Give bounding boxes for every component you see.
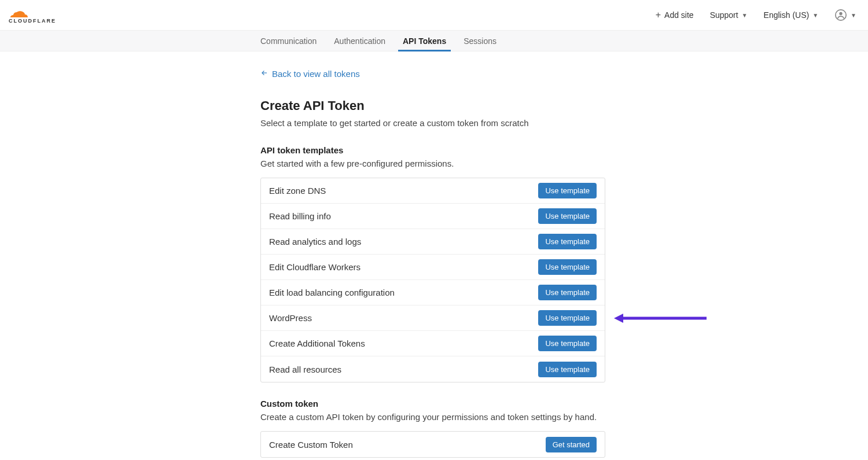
custom-section: Custom token Create a custom API token b…	[260, 399, 781, 458]
table-row: Edit zone DNSUse template	[261, 178, 605, 204]
table-row: Read analytics and logsUse template	[261, 229, 605, 255]
table-row: Edit load balancing configurationUse tem…	[261, 280, 605, 306]
brand-text: CLOUDFLARE	[9, 18, 56, 24]
template-row-label: Edit zone DNS	[269, 186, 326, 196]
table-row: Create Additional TokensUse template	[261, 331, 605, 356]
table-row: Create Custom Token Get started	[261, 432, 605, 457]
get-started-button[interactable]: Get started	[546, 437, 597, 452]
templates-heading: API token templates	[260, 145, 781, 155]
svg-point-1	[839, 12, 842, 15]
template-row-label: Read all resources	[269, 365, 341, 374]
template-row-label: WordPress	[269, 313, 312, 323]
back-link-label: Back to view all tokens	[272, 69, 360, 79]
templates-table: Edit zone DNSUse templateRead billing in…	[260, 178, 605, 382]
language-menu[interactable]: English (US) ▼	[764, 10, 819, 20]
custom-heading: Custom token	[260, 399, 781, 409]
back-link[interactable]: Back to view all tokens	[260, 69, 360, 79]
subnav-item[interactable]: Authentication	[334, 32, 385, 50]
arrow-left-icon	[260, 69, 269, 79]
table-row: Read all resourcesUse template	[261, 356, 605, 382]
caret-down-icon: ▼	[812, 12, 818, 19]
topbar-right: + Add site Support ▼ English (US) ▼ ▼	[656, 9, 856, 21]
template-row-label: Edit load balancing configuration	[269, 288, 395, 297]
support-menu[interactable]: Support ▼	[710, 10, 748, 20]
cloud-icon: CLOUDFLARE	[9, 5, 61, 25]
caret-down-icon: ▼	[851, 12, 856, 19]
use-template-button[interactable]: Use template	[538, 336, 597, 351]
table-row: WordPressUse template	[261, 306, 605, 331]
plus-icon: +	[656, 10, 661, 20]
add-site-link[interactable]: + Add site	[656, 10, 694, 20]
topbar: CLOUDFLARE + Add site Support ▼ English …	[0, 0, 868, 31]
caret-down-icon: ▼	[742, 12, 748, 19]
support-label: Support	[710, 10, 738, 20]
page-title: Create API Token	[260, 98, 781, 113]
subnav-item[interactable]: Sessions	[464, 32, 496, 50]
use-template-button[interactable]: Use template	[538, 234, 597, 249]
account-menu[interactable]: ▼	[834, 9, 856, 21]
template-row-label: Edit Cloudflare Workers	[269, 262, 361, 272]
use-template-button[interactable]: Use template	[538, 310, 597, 326]
use-template-button[interactable]: Use template	[538, 208, 597, 224]
custom-row-label: Create Custom Token	[269, 440, 353, 450]
table-row: Edit Cloudflare WorkersUse template	[261, 255, 605, 280]
subnav-item[interactable]: API Tokens	[403, 32, 446, 50]
custom-sub: Create a custom API token by configuring…	[260, 412, 781, 422]
add-site-label: Add site	[664, 10, 694, 20]
annotation-arrow-icon	[614, 312, 707, 324]
subnav: CommunicationAuthenticationAPI TokensSes…	[0, 31, 868, 51]
brand-logo: CLOUDFLARE	[9, 5, 61, 25]
use-template-button[interactable]: Use template	[538, 183, 597, 198]
subnav-item[interactable]: Communication	[260, 32, 317, 50]
table-row: Read billing infoUse template	[261, 204, 605, 229]
page-content: Back to view all tokens Create API Token…	[87, 51, 781, 460]
template-row-label: Read analytics and logs	[269, 237, 361, 246]
language-label: English (US)	[764, 10, 810, 20]
avatar-icon	[834, 9, 847, 21]
use-template-button[interactable]: Use template	[538, 362, 597, 377]
template-row-label: Read billing info	[269, 211, 331, 221]
templates-sub: Get started with a few pre-configured pe…	[260, 159, 781, 168]
page-subtitle: Select a template to get started or crea…	[260, 118, 781, 128]
use-template-button[interactable]: Use template	[538, 259, 597, 275]
use-template-button[interactable]: Use template	[538, 285, 597, 300]
template-row-label: Create Additional Tokens	[269, 338, 365, 348]
svg-marker-3	[614, 314, 623, 323]
custom-table: Create Custom Token Get started	[260, 431, 605, 458]
